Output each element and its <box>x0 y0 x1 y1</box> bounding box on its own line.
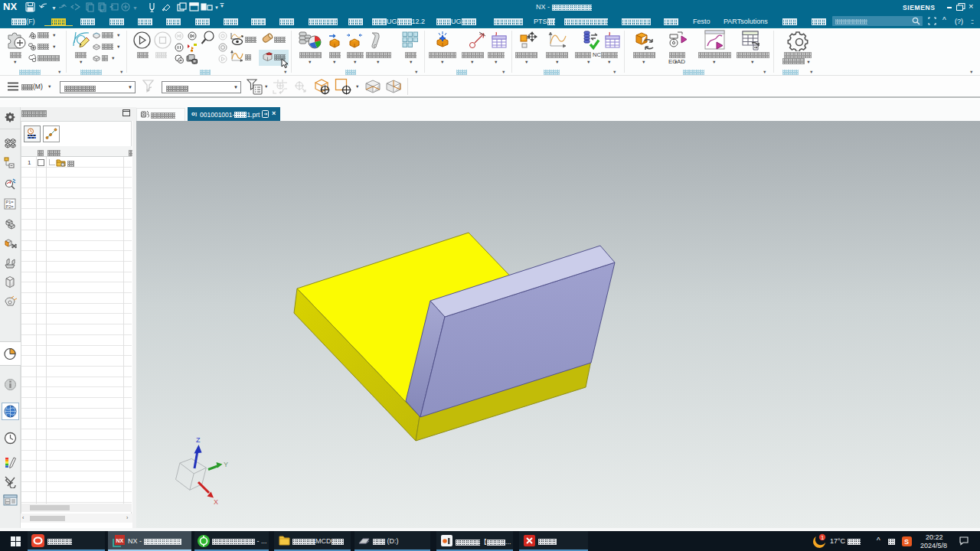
svg-text:1: 1 <box>821 535 824 540</box>
svg-text:▼: ▼ <box>220 4 224 8</box>
svg-text:X: X <box>214 498 218 506</box>
svg-text:NX: NX <box>116 537 124 543</box>
svg-text:▼: ▼ <box>51 5 57 11</box>
svg-text:Y: Y <box>224 461 228 468</box>
svg-text:S: S <box>904 538 909 546</box>
svg-text:▼: ▼ <box>214 5 219 10</box>
svg-text:Z: Z <box>196 436 201 444</box>
svg-text:▼: ▼ <box>132 5 138 11</box>
svg-text:P2=: P2= <box>6 204 14 209</box>
